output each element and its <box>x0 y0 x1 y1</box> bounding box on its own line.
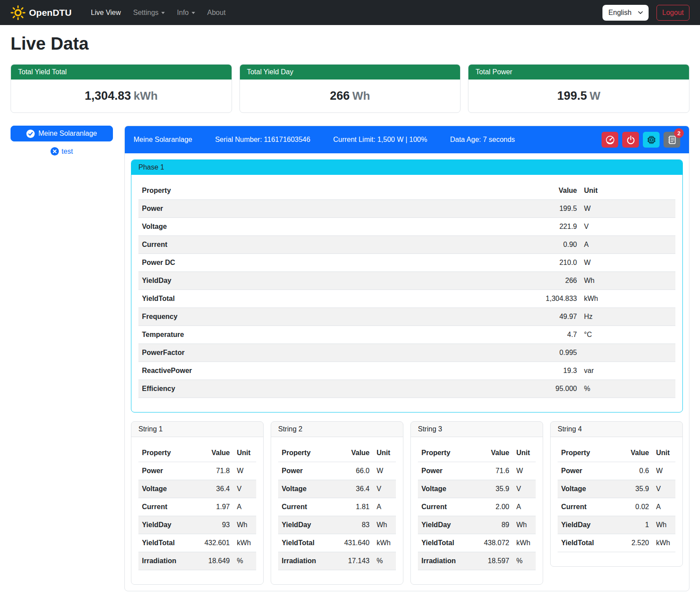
language-select[interactable]: English <box>602 5 649 21</box>
power-icon <box>626 135 635 145</box>
selected-inverter-label: Meine Solaranlage <box>38 130 97 137</box>
cell-value: 49.97 <box>532 308 580 326</box>
nav-item-live-view[interactable]: Live View <box>86 5 126 20</box>
cell-value: 221.9 <box>532 218 580 236</box>
table-header-row: Property Value Unit <box>558 444 675 462</box>
inverter-selector: Meine Solaranlage test <box>11 126 113 156</box>
cell-value: 266 <box>532 272 580 290</box>
cell-unit: V <box>373 480 396 498</box>
cell-value: 36.4 <box>195 480 233 498</box>
cell-property: Power <box>278 462 334 480</box>
summary-card-title: Total Yield Total <box>11 65 232 80</box>
column-header-unit: Unit <box>233 444 256 462</box>
summary-card-total-yield-total: Total Yield Total 1,304.83kWh <box>11 64 232 113</box>
cell-value: 36.4 <box>334 480 373 498</box>
cell-property: Power <box>138 462 195 480</box>
inverter-item-test[interactable]: test <box>11 147 113 156</box>
language-select-value: English <box>609 9 631 17</box>
cell-property: Frequency <box>138 308 532 326</box>
nav-item-settings[interactable]: Settings <box>128 5 170 20</box>
string-table-1: Property Value Unit Power71.8WVoltage36.… <box>138 444 256 570</box>
cell-property: Efficiency <box>138 380 532 398</box>
table-row: Frequency49.97Hz <box>138 308 675 326</box>
column-header-property: Property <box>138 444 195 462</box>
cell-property: Power <box>418 462 474 480</box>
cell-property: PowerFactor <box>138 344 532 362</box>
page-title: Live Data <box>11 34 689 54</box>
table-row: Power66.0W <box>278 462 396 480</box>
power-toggle-button[interactable] <box>622 132 639 148</box>
string-card-2: String 2 Property Value Unit <box>271 421 403 585</box>
nav-item-info-label: Info <box>177 9 189 16</box>
cell-property: Voltage <box>278 480 334 498</box>
cell-unit: Wh <box>513 516 536 534</box>
cell-value: 1,304.833 <box>532 290 580 308</box>
inverter-serial: Serial Number: 116171603546 <box>215 136 310 144</box>
nav-item-about[interactable]: About <box>202 5 231 20</box>
table-row: Temperature4.7°C <box>138 326 675 344</box>
cell-value: 66.0 <box>334 462 373 480</box>
cell-property: Irradiation <box>138 552 195 570</box>
cell-unit: % <box>580 380 675 398</box>
limit-settings-button[interactable] <box>602 132 618 148</box>
cell-property: Voltage <box>418 480 474 498</box>
caret-down-icon <box>161 12 165 14</box>
cell-value: 19.3 <box>532 362 580 380</box>
table-row: Voltage36.4V <box>138 480 256 498</box>
cell-value: 0.90 <box>532 236 580 254</box>
cell-value: 0.02 <box>614 498 653 516</box>
cell-value: 0.995 <box>532 344 580 362</box>
cell-value: 83 <box>334 516 373 534</box>
summary-card-body: 1,304.83kWh <box>11 80 232 112</box>
cell-value: 18.649 <box>195 552 233 570</box>
event-log-button[interactable]: 2 <box>664 132 680 148</box>
cell-unit: kWh <box>373 534 396 552</box>
cell-unit: % <box>373 552 396 570</box>
cell-value: 71.8 <box>195 462 233 480</box>
cell-unit: V <box>580 218 675 236</box>
logout-button[interactable]: Logout <box>656 5 689 21</box>
table-row: YieldTotal2.520kWh <box>558 534 675 552</box>
column-header-unit: Unit <box>373 444 396 462</box>
cell-property: Irradiation <box>278 552 334 570</box>
device-info-button[interactable] <box>643 132 660 148</box>
summary-card-total-power: Total Power 199.5W <box>468 64 689 113</box>
inverter-button-selected[interactable]: Meine Solaranlage <box>11 126 113 141</box>
table-row: Irradiation18.597% <box>418 552 536 570</box>
cell-unit: A <box>653 498 675 516</box>
cell-value: 1 <box>614 516 653 534</box>
cell-value: 35.9 <box>614 480 653 498</box>
table-row: Power0.6W <box>558 462 675 480</box>
cell-value: 199.5 <box>532 200 580 218</box>
cell-property: Current <box>278 498 334 516</box>
phase-card-title: Phase 1 <box>131 160 682 175</box>
string-card-4: String 4 Property Value Unit <box>550 421 683 567</box>
column-header-property: Property <box>138 182 532 200</box>
nav-item-info[interactable]: Info <box>172 5 200 20</box>
string-card-title: String 3 <box>411 422 543 437</box>
cell-value: 1.81 <box>334 498 373 516</box>
top-navbar: OpenDTU Live View Settings Info About En… <box>0 0 700 25</box>
event-count-badge: 2 <box>674 128 684 138</box>
caret-down-icon <box>192 12 195 14</box>
cell-unit: kWh <box>233 534 256 552</box>
cell-property: YieldTotal <box>418 534 474 552</box>
table-row: Current1.81A <box>278 498 396 516</box>
cell-unit: Hz <box>580 308 675 326</box>
cell-property: YieldDay <box>138 272 532 290</box>
column-header-unit: Unit <box>513 444 536 462</box>
table-row: Power71.6W <box>418 462 536 480</box>
summary-unit: W <box>590 89 601 102</box>
column-header-property: Property <box>558 444 614 462</box>
cell-value: 0.6 <box>614 462 653 480</box>
cell-property: YieldDay <box>558 516 614 534</box>
summary-unit: kWh <box>134 89 158 102</box>
table-row: Irradiation17.143% <box>278 552 396 570</box>
brand[interactable]: OpenDTU <box>11 5 72 20</box>
strings-row: String 1 Property Value Unit <box>131 421 683 585</box>
inverter-data-age: Data Age: 7 seconds <box>450 136 515 144</box>
cell-unit: W <box>580 200 675 218</box>
cell-property: Power DC <box>138 254 532 272</box>
column-header-property: Property <box>418 444 474 462</box>
cell-value: 431.640 <box>334 534 373 552</box>
